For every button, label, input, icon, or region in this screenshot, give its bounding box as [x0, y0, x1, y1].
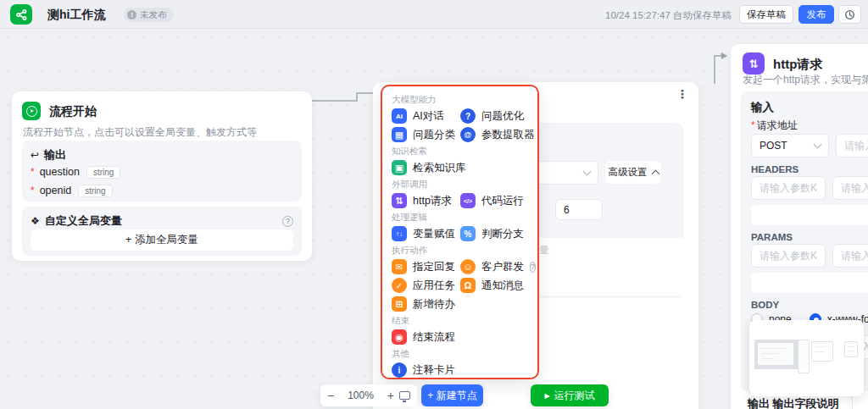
history-clock-button[interactable]: [838, 5, 861, 24]
output-variable-row: *openidstring: [31, 181, 293, 200]
start-node-title: 流程开始: [49, 104, 97, 119]
chevron-up-icon: [651, 169, 659, 178]
prompt-textarea[interactable]: 量: [532, 238, 685, 296]
globals-section-title: 自定义全局变量: [45, 213, 277, 229]
picker-section-grid: ⇅http请求</>代码运行: [392, 191, 529, 210]
http-node-desc: 发起一个http请求，实现与第三方系统数据交互: [743, 73, 868, 87]
workflow-canvas[interactable]: ⋮ 高级设置 量 输出 流程开始 流程开始节点，点击可以设置全局变量、触发方式等…: [0, 0, 868, 409]
picker-item-new-todo[interactable]: ⊞新增待办: [392, 295, 460, 313]
picker-item-label: 变量赋值: [413, 227, 455, 241]
new-todo-icon: ⊞: [392, 296, 407, 312]
end-flow-icon: ◉: [392, 329, 407, 345]
picker-item-customer-broadcast[interactable]: ☺客户群发?: [460, 257, 529, 276]
picker-item-label: 客户群发: [481, 260, 524, 274]
picker-item-label: http请求: [413, 194, 452, 208]
picker-item-label: 通知消息: [481, 279, 524, 293]
params-add-button[interactable]: + 添加: [751, 273, 868, 293]
run-play-icon: ▶: [544, 392, 549, 400]
picker-section-grid: ↑↓变量赋值%判断分支: [392, 224, 529, 243]
variable-name: question: [40, 166, 80, 178]
ai-chat-icon: AI: [392, 108, 407, 124]
picker-item-condition-branch[interactable]: %判断分支: [460, 224, 529, 243]
headers-add-button[interactable]: + 添加: [751, 205, 868, 225]
globals-help-icon[interactable]: ?: [282, 216, 293, 227]
picker-item-http-request[interactable]: ⇅http请求: [392, 191, 460, 210]
count-input[interactable]: [555, 199, 603, 220]
customer-broadcast-icon: ☺: [460, 259, 476, 274]
picker-item-end-flow[interactable]: ◉结束流程: [392, 328, 460, 346]
picker-item-label: 新增待办: [413, 297, 455, 312]
output-section-title: 输出: [44, 147, 66, 163]
status-badge: ! 未发布: [124, 8, 174, 22]
url-label: *请求地址: [751, 119, 798, 133]
method-select[interactable]: POST: [751, 134, 829, 158]
picker-item-search-knowledge[interactable]: ▣检索知识库: [392, 158, 460, 177]
picker-item-label: AI对话: [413, 109, 444, 124]
comment-card-icon: i: [392, 362, 407, 378]
node-picker-body: 大模型能力AIAI对话?问题优化▦问题分类@参数提取器知识检索▣检索知识库外部调…: [392, 92, 529, 379]
picker-item-question-optimize[interactable]: ?问题优化: [460, 107, 529, 125]
picker-item-label: 参数提取器: [481, 128, 535, 142]
question-classify-icon: ▦: [392, 127, 407, 142]
minimap[interactable]: [749, 320, 864, 396]
picker-item-question-classify[interactable]: ▦问题分类: [392, 125, 460, 144]
params-key-input[interactable]: [751, 244, 826, 268]
picker-item-code-run[interactable]: </>代码运行: [460, 191, 529, 210]
globals-diamond-icon: ❖: [31, 215, 40, 227]
app-logo-icon: [10, 4, 32, 25]
http-node-icon: ⇅: [743, 53, 765, 75]
picker-item-label: 判断分支: [481, 227, 524, 241]
picker-section-label: 结束: [392, 313, 529, 328]
picker-item-app-task[interactable]: ✓应用任务?: [392, 276, 460, 295]
global-vars-card: ❖ 自定义全局变量 ? + 添加全局变量: [22, 207, 302, 256]
fit-view-icon[interactable]: [399, 391, 410, 400]
body-label: BODY: [751, 300, 779, 310]
start-node-desc: 流程开始节点，点击可以设置全局变量、触发方式等: [23, 125, 257, 140]
picker-item-label: 问题优化: [481, 109, 524, 124]
search-knowledge-icon: ▣: [392, 160, 407, 175]
http-output-section-title: 输出 输出字段说明: [748, 396, 839, 409]
customer-broadcast-help-icon[interactable]: ?: [530, 262, 536, 273]
http-request-icon: ⇅: [392, 193, 407, 208]
picker-item-param-extractor[interactable]: @参数提取器: [460, 125, 529, 144]
condition-branch-icon: %: [460, 226, 476, 241]
output-arrow-icon: ↩: [31, 149, 39, 161]
picker-section-grid: AIAI对话?问题优化▦问题分类@参数提取器: [392, 107, 529, 144]
picker-item-comment-card[interactable]: i注释卡片: [392, 361, 460, 379]
picker-item-variable-assign[interactable]: ↑↓变量赋值: [392, 224, 460, 243]
picker-item-label: 代码运行: [481, 194, 524, 208]
minimap-node: [798, 340, 810, 373]
headers-label: HEADERS: [751, 164, 798, 174]
start-node-card[interactable]: 流程开始 流程开始节点，点击可以设置全局变量、触发方式等 ↩ 输出 *quest…: [12, 91, 312, 261]
edge-start-to-node: [312, 100, 358, 102]
add-global-variable-button[interactable]: + 添加全局变量: [31, 229, 293, 251]
headers-value-input[interactable]: [832, 176, 868, 200]
params-value-input[interactable]: [832, 244, 868, 268]
url-input[interactable]: [836, 134, 868, 158]
advanced-settings-button[interactable]: 高级设置: [605, 161, 661, 184]
picker-section-label: 外部调用: [392, 177, 529, 191]
publish-button[interactable]: 发布: [798, 5, 834, 24]
picker-section-grid: i注释卡片: [392, 361, 529, 379]
picker-section-label: 大模型能力: [392, 92, 529, 107]
edge-arrowhead-icon: [721, 53, 727, 59]
node-menu-icon[interactable]: ⋮: [676, 87, 688, 101]
minimap-node: [757, 342, 794, 366]
zoom-in-button[interactable]: +: [387, 389, 394, 402]
picker-item-label: 检索知识库: [413, 161, 466, 175]
node-picker-popup: 大模型能力AIAI对话?问题优化▦问题分类@参数提取器知识检索▣检索知识库外部调…: [381, 85, 539, 379]
picker-item-ai-chat[interactable]: AIAI对话: [392, 107, 460, 125]
new-node-button[interactable]: + 新建节点: [421, 384, 483, 406]
zoom-out-button[interactable]: −: [327, 389, 334, 402]
param-extractor-icon: @: [460, 127, 476, 142]
variable-type-tag: string: [78, 185, 112, 197]
picker-item-notify-message[interactable]: Ω通知消息: [460, 276, 529, 295]
minimap-node: [811, 341, 833, 362]
info-icon: !: [127, 10, 136, 19]
code-run-icon: </>: [460, 193, 476, 208]
picker-item-assigned-reply[interactable]: ✉指定回复: [392, 257, 460, 276]
headers-key-input[interactable]: [751, 176, 826, 200]
zoom-toolbar: − 100% +: [320, 384, 417, 406]
save-draft-button[interactable]: 保存草稿: [739, 5, 793, 24]
run-test-button[interactable]: ▶ 运行测试: [531, 384, 609, 406]
